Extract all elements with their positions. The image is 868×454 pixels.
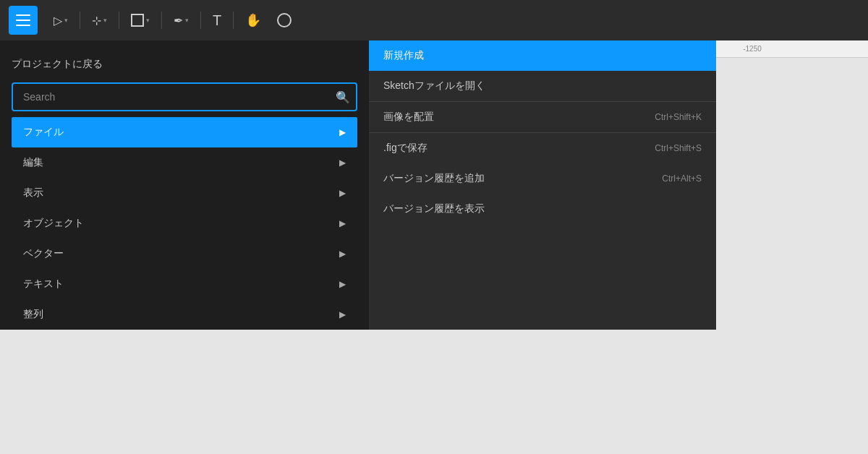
text-icon: T — [213, 12, 221, 29]
submenu-item-add-version[interactable]: バージョン履歴を追加 Ctrl+Alt+S — [369, 163, 716, 194]
menu-item-edit[interactable]: 編集 ▶ — [12, 147, 357, 178]
menu-item-object-label: オブジェクト — [23, 217, 84, 230]
submenu-item-open-sketch[interactable]: Sketchファイルを開く — [369, 71, 716, 101]
select-icon: ▷ — [54, 14, 62, 27]
hand-tool-btn[interactable]: ✋ — [238, 7, 268, 34]
select-tool-btn[interactable]: ▷ ▾ — [46, 8, 75, 33]
hamburger-line-3 — [16, 25, 30, 26]
submenu-item-add-version-label: バージョン履歴を追加 — [383, 172, 485, 185]
tool-separator-1 — [80, 12, 80, 29]
submenu-item-new-label: 新規作成 — [383, 49, 424, 62]
submenu-item-show-version-label: バージョン履歴を表示 — [383, 202, 485, 215]
menu-item-vector-label: ベクター — [23, 247, 64, 260]
search-icon-btn[interactable]: 🔍 — [336, 90, 350, 104]
search-input[interactable] — [12, 82, 357, 111]
menu-item-object[interactable]: オブジェクト ▶ — [12, 208, 357, 239]
menu-item-text-arrow: ▶ — [339, 279, 346, 289]
menu-item-arrange[interactable]: 整列 ▶ — [12, 299, 357, 330]
text-tool-btn[interactable]: T — [205, 7, 229, 35]
dropdown-menu: プロジェクトに戻る 🔍 ファイル ▶ 編集 ▶ 表示 ▶ — [0, 40, 716, 330]
pen-icon: ✒ — [174, 14, 183, 27]
toolbar: ▷ ▾ ⊹ ▾ ▾ ✒ ▾ T ✋ — [0, 0, 868, 40]
menu-item-view-arrow: ▶ — [339, 188, 346, 198]
shape-tool-btn[interactable]: ▾ — [124, 8, 157, 33]
submenu-item-place-image-shortcut: Ctrl+Shift+K — [655, 112, 702, 122]
comment-tool-btn[interactable] — [270, 7, 299, 33]
submenu-item-add-version-shortcut: Ctrl+Alt+S — [662, 174, 702, 184]
left-panel: プロジェクトに戻る 🔍 ファイル ▶ 編集 ▶ 表示 ▶ — [0, 40, 369, 330]
submenu-item-save-fig-label: .figで保存 — [383, 142, 427, 155]
menu-item-view[interactable]: 表示 ▶ — [12, 178, 357, 208]
tool-separator-3 — [161, 12, 162, 29]
select-dropdown-arrow: ▾ — [64, 17, 68, 24]
menu-list: ファイル ▶ 編集 ▶ 表示 ▶ オブジェクト ▶ ベクター ▶ — [12, 117, 357, 330]
hamburger-line-2 — [16, 20, 30, 21]
menu-item-text[interactable]: テキスト ▶ — [12, 269, 357, 299]
frame-dropdown-arrow: ▾ — [103, 17, 107, 24]
search-icon: 🔍 — [336, 91, 350, 103]
submenu-item-save-fig[interactable]: .figで保存 Ctrl+Shift+S — [369, 132, 716, 163]
submenu-item-open-sketch-label: Sketchファイルを開く — [383, 80, 485, 93]
pen-tool-btn[interactable]: ✒ ▾ — [166, 8, 196, 33]
menu-item-file-label: ファイル — [23, 126, 64, 139]
menu-item-arrange-label: 整列 — [23, 308, 43, 321]
toolbar-tools: ▷ ▾ ⊹ ▾ ▾ ✒ ▾ T ✋ — [46, 7, 299, 35]
menu-item-text-label: テキスト — [23, 278, 64, 291]
menu-button[interactable] — [9, 6, 38, 35]
pen-dropdown-arrow: ▾ — [185, 17, 189, 24]
menu-item-file[interactable]: ファイル ▶ — [12, 117, 357, 147]
menu-item-view-label: 表示 — [23, 187, 43, 200]
submenu-item-place-image-label: 画像を配置 — [383, 111, 434, 124]
search-box: 🔍 — [12, 82, 357, 111]
tool-separator-5 — [233, 12, 234, 29]
menu-item-vector[interactable]: ベクター ▶ — [12, 239, 357, 269]
menu-item-object-arrow: ▶ — [339, 218, 346, 228]
tool-separator-2 — [119, 12, 119, 29]
shape-icon — [131, 14, 144, 27]
submenu-item-place-image[interactable]: 画像を配置 Ctrl+Shift+K — [369, 101, 716, 132]
ruler-mark: -1250 — [723, 45, 781, 53]
menu-item-edit-label: 編集 — [23, 156, 43, 169]
submenu-item-show-version[interactable]: バージョン履歴を表示 — [369, 194, 716, 224]
shape-dropdown-arrow: ▾ — [146, 17, 150, 24]
menu-item-edit-arrow: ▶ — [339, 158, 346, 168]
back-link[interactable]: プロジェクトに戻る — [12, 52, 357, 82]
frame-tool-btn[interactable]: ⊹ ▾ — [85, 8, 114, 33]
menu-item-file-arrow: ▶ — [339, 127, 346, 137]
tool-separator-4 — [200, 12, 201, 29]
frame-icon: ⊹ — [92, 14, 101, 27]
menu-item-arrange-arrow: ▶ — [339, 309, 346, 320]
hand-icon: ✋ — [245, 12, 261, 28]
right-submenu: 新規作成 Sketchファイルを開く 画像を配置 Ctrl+Shift+K .f… — [369, 40, 716, 330]
submenu-item-new[interactable]: 新規作成 — [369, 40, 716, 71]
submenu-item-save-fig-shortcut: Ctrl+Shift+S — [655, 143, 702, 153]
menu-item-vector-arrow: ▶ — [339, 249, 346, 259]
hamburger-line-1 — [16, 14, 30, 16]
comment-icon — [277, 13, 292, 27]
